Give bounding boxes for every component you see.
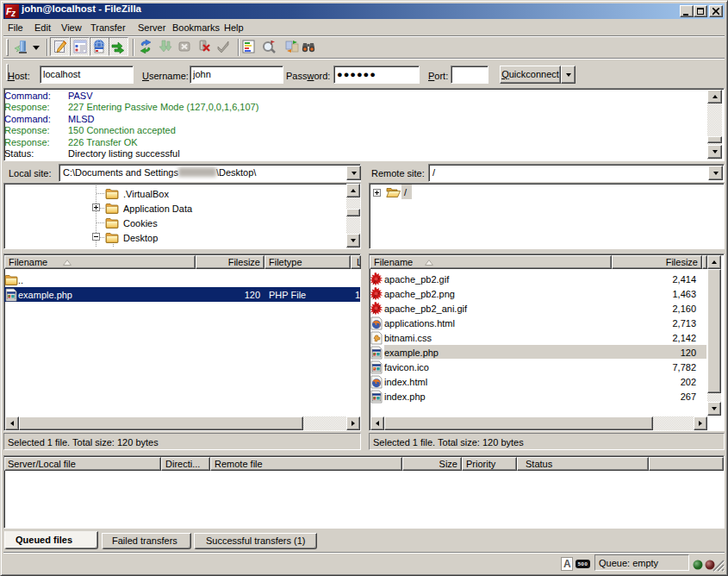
svg-text:z: z: [10, 9, 16, 18]
